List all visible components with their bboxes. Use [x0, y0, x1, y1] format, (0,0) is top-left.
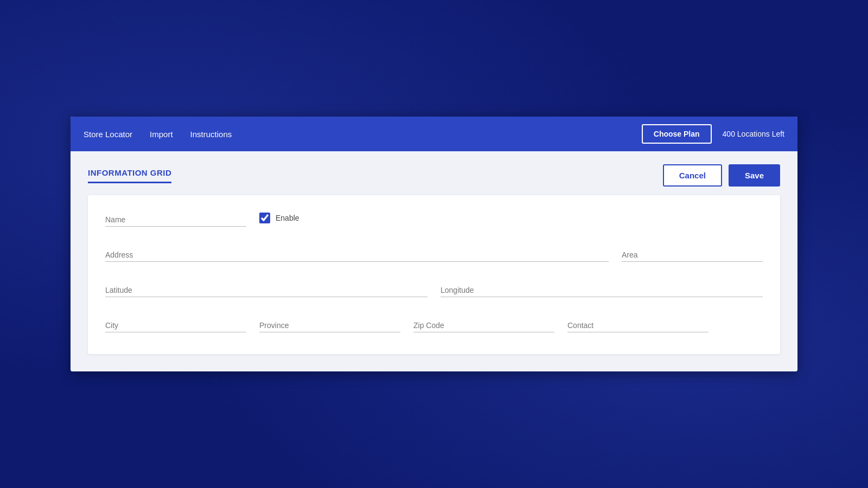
nav-store-locator[interactable]: Store Locator — [84, 127, 132, 141]
content-area: INFORMATION GRID Cancel Save Enable — [71, 151, 797, 371]
nav-right: Choose Plan 400 Locations Left — [642, 124, 784, 144]
enable-group: Enable — [259, 213, 299, 227]
main-container: Store Locator Import Instructions Choose… — [71, 117, 797, 371]
form-row-address — [105, 248, 763, 262]
section-title: INFORMATION GRID — [88, 168, 171, 183]
area-field — [622, 248, 763, 262]
nav-links: Store Locator Import Instructions — [84, 127, 642, 141]
province-input[interactable] — [259, 319, 400, 332]
action-buttons: Cancel Save — [663, 164, 780, 187]
longitude-input[interactable] — [441, 284, 763, 297]
form-card: Enable — [88, 195, 780, 354]
contact-field — [567, 319, 709, 332]
form-row-name: Enable — [105, 213, 763, 227]
nav-import[interactable]: Import — [150, 127, 173, 141]
nav-bar: Store Locator Import Instructions Choose… — [71, 117, 797, 151]
cancel-button[interactable]: Cancel — [663, 164, 722, 187]
choose-plan-button[interactable]: Choose Plan — [642, 124, 712, 144]
area-input[interactable] — [622, 248, 763, 262]
contact-input[interactable] — [567, 319, 709, 332]
enable-checkbox[interactable] — [259, 213, 270, 223]
address-field — [105, 248, 609, 262]
section-header-row: INFORMATION GRID Cancel Save — [88, 164, 780, 187]
save-button[interactable]: Save — [729, 164, 780, 187]
locations-left-text: 400 Locations Left — [723, 130, 784, 138]
nav-instructions[interactable]: Instructions — [190, 127, 232, 141]
enable-label: Enable — [276, 214, 299, 222]
address-input[interactable] — [105, 248, 609, 262]
latitude-field — [105, 284, 427, 297]
name-field — [105, 213, 246, 227]
name-input[interactable] — [105, 213, 246, 227]
zipcode-input[interactable] — [413, 319, 554, 332]
zipcode-field — [413, 319, 554, 332]
longitude-field — [441, 284, 763, 297]
form-row-location — [105, 319, 763, 332]
latitude-input[interactable] — [105, 284, 427, 297]
city-input[interactable] — [105, 319, 246, 332]
form-row-coordinates — [105, 284, 763, 297]
city-field — [105, 319, 246, 332]
province-field — [259, 319, 400, 332]
